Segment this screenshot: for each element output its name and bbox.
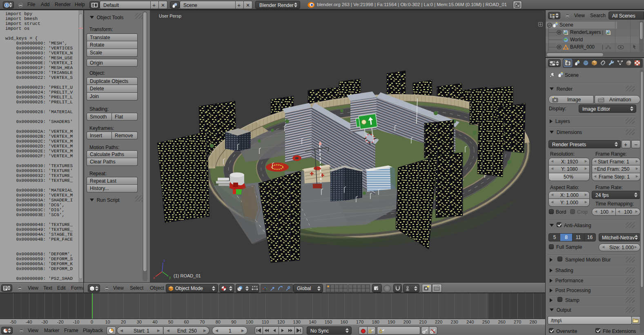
svg-text:z: z — [163, 259, 165, 263]
svg-text:x: x — [153, 276, 155, 280]
svg-text:y: y — [169, 275, 171, 279]
